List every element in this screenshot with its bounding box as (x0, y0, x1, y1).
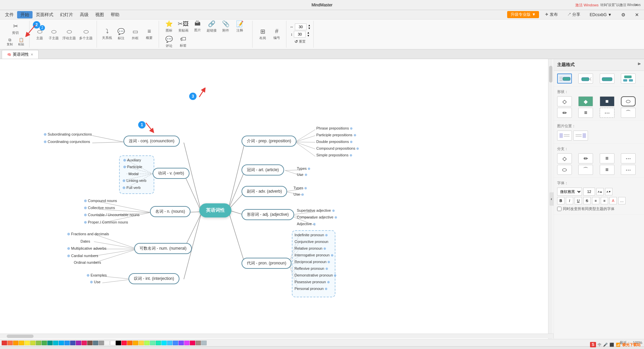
leaf-personal-pronoun[interactable]: Personal pronoun ⊕ (294, 287, 327, 291)
color-teal-accent[interactable] (156, 341, 161, 345)
horizontal-scrollbar[interactable] (0, 334, 553, 338)
cut-button[interactable]: ✂ 剪切 (9, 21, 22, 36)
tab-english-parts-of-speech[interactable]: 🧠 英语词性 ✕ (2, 50, 39, 59)
branch-style-8[interactable]: ⋯ (621, 165, 636, 175)
color-grey[interactable] (99, 341, 104, 345)
strikethrough-button[interactable]: S (583, 197, 591, 204)
leaf-dates[interactable]: Dates (80, 239, 90, 243)
menu-item-start[interactable]: 开始 (17, 11, 33, 18)
color-cyan-accent[interactable] (161, 341, 167, 345)
color-deep-orange[interactable] (127, 341, 132, 345)
leaf-participle[interactable]: ⊕Participle (123, 165, 142, 169)
color-deep-purple[interactable] (178, 341, 184, 345)
mind-map-canvas[interactable]: 1 3 2 连词 - conj. (conuunction) ⊕Subordin… (0, 59, 553, 339)
width-down-button[interactable]: ▼ (308, 27, 311, 30)
leaf-ordinal-numbers[interactable]: Ordinal numbers (74, 260, 101, 264)
leaf-simple-prep[interactable]: Simple prepositions ⊕ (316, 153, 352, 157)
leaf-linking-verb[interactable]: ⊕Linking verb (122, 179, 146, 183)
leaf-reciprocal-pronoun[interactable]: Reciprocal pronoun ⊕ (294, 260, 330, 264)
shape-dotted-lines[interactable]: ⋯ (600, 108, 614, 118)
leaf-conjunctive-pronoun[interactable]: Conjunctive pronoun (294, 240, 328, 244)
shape-rect-fill[interactable]: ■ (600, 96, 614, 106)
leaf-relative-pronoun[interactable]: Relative pronoun ⊕ (294, 246, 326, 250)
clipart-button[interactable]: ✂🖼 剪贴画 (176, 19, 190, 34)
leaf-proper-nouns[interactable]: ⊕Proper / Common nouns (84, 220, 128, 225)
leaf-indefinite-pronoun[interactable]: Indefinite pronoun ⊕ (294, 233, 328, 237)
node-numeral[interactable]: 可数名词 - num. (numeral) (134, 243, 192, 254)
paste-button[interactable]: 📋 粘贴 (16, 37, 26, 47)
central-node[interactable]: 英语词性 (199, 203, 231, 217)
leaf-auxiliary[interactable]: ⊕Auxiliary (123, 158, 141, 162)
font-family-select[interactable]: 微软雅黑 (557, 188, 582, 196)
leaf-participle-prep[interactable]: Participle prepositions ⊕ (316, 133, 356, 137)
image-pos-left[interactable] (557, 131, 572, 141)
color-teal[interactable] (47, 341, 53, 345)
tag-button[interactable]: 🏷 标签 (176, 35, 190, 49)
color-green-accent[interactable] (150, 341, 155, 345)
color-red[interactable] (2, 341, 7, 345)
node-adverb[interactable]: 副词 - adv. (adverb) (241, 186, 287, 197)
color-green[interactable] (42, 341, 47, 345)
node-verb[interactable]: 动词 - v. (verb) (153, 168, 190, 179)
leaf-compound-nouns[interactable]: ⊕Compound nouns (84, 199, 117, 203)
style-item-3[interactable] (600, 73, 614, 84)
node-pronoun[interactable]: 代词 - pron. (pronoun) (241, 258, 291, 269)
color-accent-red[interactable] (121, 341, 127, 345)
leaf-types-adverb[interactable]: Types ⊕ (293, 186, 307, 190)
color-cyan[interactable] (53, 341, 58, 345)
shape-pencil[interactable]: ✏ (557, 108, 572, 118)
leaf-phrase-prep[interactable]: Phrase prepositions ⊕ (316, 126, 353, 130)
color-orange-red[interactable] (7, 341, 13, 345)
menu-item-slideshow[interactable]: 幻灯片 (57, 11, 76, 18)
leaf-posessive-pronoun[interactable]: Posessive pronoun ⊕ (294, 280, 330, 284)
color-purple-accent[interactable] (184, 341, 190, 345)
settings-icon[interactable]: ⚙ (618, 11, 629, 18)
node-nouns[interactable]: 名词 - n. (nouns) (150, 206, 191, 217)
color-blue[interactable] (64, 341, 70, 345)
underline-button[interactable]: U (575, 197, 582, 204)
leaf-comparative-adj[interactable]: Comparative adjective ⊕ (297, 215, 337, 219)
node-adjective[interactable]: 形容词 - adj. (adjective) (241, 209, 294, 220)
color-light-blue[interactable] (59, 341, 64, 345)
leaf-fractions[interactable]: ⊕Fractions and decimals (67, 232, 109, 236)
height-up-button[interactable]: ▲ (307, 31, 310, 34)
color-orange[interactable] (13, 341, 18, 345)
color-pink-accent[interactable] (190, 341, 195, 345)
color-blue-accent[interactable] (167, 341, 172, 345)
collapse-panel-button[interactable]: ‹ (549, 192, 553, 206)
branch-style-6[interactable]: ⌒ (578, 165, 593, 175)
color-amber[interactable] (19, 341, 24, 345)
frame-button[interactable]: ▭ 外框 (128, 27, 142, 42)
main-topic-button[interactable]: ⬭ 主题 2 (33, 27, 46, 42)
leaf-use-interjection[interactable]: ⊕Use (90, 280, 101, 284)
color-yellow-accent[interactable] (139, 341, 144, 345)
color-lime[interactable] (30, 341, 36, 345)
numbering-button[interactable]: # 编号 (270, 27, 283, 42)
callout-button[interactable]: 💬 标注 (114, 27, 128, 42)
color-indigo-accent[interactable] (173, 341, 178, 345)
height-input[interactable] (294, 31, 306, 38)
shape-curve[interactable]: ⌒ (621, 108, 636, 118)
leaf-demonstrative-pronoun[interactable]: Demonstrative pronoun ⊕ (294, 273, 336, 277)
branch-style-1[interactable]: ◇ (557, 153, 572, 163)
font-size-down-button[interactable]: A▼ (605, 188, 612, 195)
comment-button[interactable]: 💬 评论 (162, 35, 176, 49)
sub-topic-button[interactable]: ⬭ 子主题 (47, 27, 60, 42)
note-button[interactable]: 📝 注释 (233, 19, 247, 34)
color-blue-grey[interactable] (93, 341, 98, 345)
image-button[interactable]: 🏔 图片 (191, 19, 204, 34)
layout-button[interactable]: ⊞ 布局 (256, 27, 269, 42)
leaf-modal[interactable]: Modal (128, 172, 139, 176)
branch-style-5[interactable]: ⬭ (557, 165, 572, 175)
copy-button[interactable]: ⧉ 复制 (4, 37, 15, 47)
leaf-adjective[interactable]: Adjective ⊕ (297, 222, 316, 226)
download-button[interactable]: 极光下载站 (622, 342, 641, 347)
branch-style-2[interactable]: ✏ (578, 153, 593, 163)
color-black[interactable] (116, 341, 121, 345)
leaf-coordinating-conj[interactable]: ⊕Coordinating conjunctions (44, 140, 90, 144)
publish-button[interactable]: ✈ 发布 (542, 11, 561, 18)
menu-item-help[interactable]: 帮助 (107, 11, 123, 18)
branch-style-4[interactable]: ⋯ (621, 153, 636, 163)
menu-item-file[interactable]: 文件 (2, 11, 17, 18)
leaf-examples[interactable]: ⊕Examples (87, 273, 107, 278)
